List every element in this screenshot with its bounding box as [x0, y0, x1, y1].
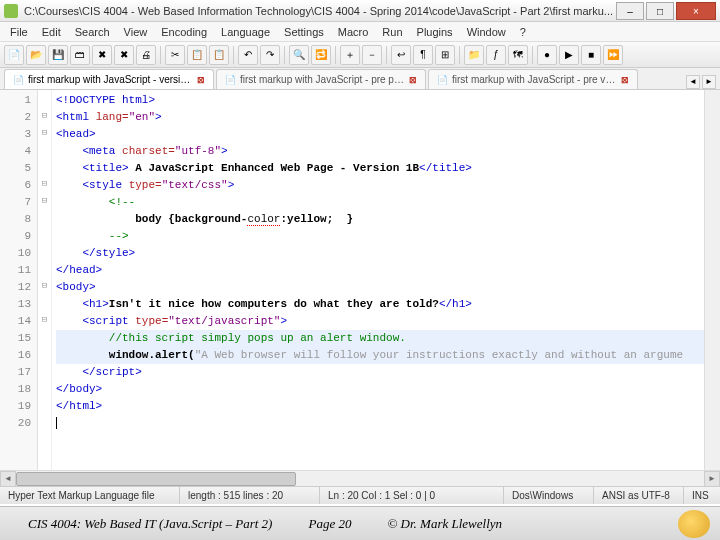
code-line[interactable]: <style type="text/css"> — [56, 177, 716, 194]
code-line[interactable]: <!-- — [56, 194, 716, 211]
print-icon[interactable]: 🖨 — [136, 45, 156, 65]
function-list-icon[interactable]: ƒ — [486, 45, 506, 65]
code-line[interactable] — [56, 415, 716, 432]
menu-macro[interactable]: Macro — [332, 24, 375, 40]
open-file-icon[interactable]: 📂 — [26, 45, 46, 65]
close-all-icon[interactable]: ✖ — [114, 45, 134, 65]
tab-prev-button[interactable]: ◄ — [686, 75, 700, 89]
scroll-left-button[interactable]: ◄ — [0, 471, 16, 487]
title-bar: C:\Courses\CIS 4004 - Web Based Informat… — [0, 0, 720, 22]
close-icon[interactable]: ✖ — [92, 45, 112, 65]
fold-toggle[interactable]: ⊟ — [38, 107, 51, 124]
code-line[interactable]: </script> — [56, 364, 716, 381]
file-icon: 📄 — [437, 75, 448, 85]
fold-toggle — [38, 226, 51, 243]
document-tab-2[interactable]: 📄first markup with JavaScript - pre vers… — [428, 69, 638, 89]
cut-icon[interactable]: ✂ — [165, 45, 185, 65]
doc-map-icon[interactable]: 🗺 — [508, 45, 528, 65]
menu-edit[interactable]: Edit — [36, 24, 67, 40]
word-wrap-icon[interactable]: ↩ — [391, 45, 411, 65]
university-logo-icon — [678, 510, 710, 538]
status-position: Ln : 20 Col : 1 Sel : 0 | 0 — [320, 487, 504, 504]
code-line[interactable]: <h1>Isn't it nice how computers do what … — [56, 296, 716, 313]
paste-icon[interactable]: 📋 — [209, 45, 229, 65]
copy-icon[interactable]: 📋 — [187, 45, 207, 65]
menu-help[interactable]: ? — [514, 24, 532, 40]
document-tab-1[interactable]: 📄first markup with JavaScript - pre pre … — [216, 69, 426, 89]
horizontal-scrollbar[interactable]: ◄ ► — [0, 470, 720, 486]
macro-multi-icon[interactable]: ⏩ — [603, 45, 623, 65]
code-line[interactable]: <!DOCTYPE html> — [56, 92, 716, 109]
menu-settings[interactable]: Settings — [278, 24, 330, 40]
zoom-out-icon[interactable]: － — [362, 45, 382, 65]
save-all-icon[interactable]: 🗃 — [70, 45, 90, 65]
menu-plugins[interactable]: Plugins — [411, 24, 459, 40]
new-file-icon[interactable]: 📄 — [4, 45, 24, 65]
code-line[interactable]: <meta charset="utf-8"> — [56, 143, 716, 160]
fold-toggle — [38, 158, 51, 175]
redo-icon[interactable]: ↷ — [260, 45, 280, 65]
scroll-track[interactable] — [16, 471, 704, 486]
code-line[interactable]: </head> — [56, 262, 716, 279]
slide-footer: CIS 4004: Web Based IT (Java.Script – Pa… — [0, 506, 720, 540]
zoom-in-icon[interactable]: ＋ — [340, 45, 360, 65]
code-line[interactable]: <body> — [56, 279, 716, 296]
tab-close-icon[interactable]: ⊠ — [621, 75, 629, 85]
vertical-scrollbar[interactable] — [704, 90, 720, 470]
line-number: 3 — [2, 126, 31, 143]
line-number: 20 — [2, 415, 31, 432]
line-number: 12 — [2, 279, 31, 296]
code-line[interactable]: </body> — [56, 381, 716, 398]
code-line[interactable]: <script type="text/javascript"> — [56, 313, 716, 330]
code-line[interactable]: --> — [56, 228, 716, 245]
indent-guide-icon[interactable]: ⊞ — [435, 45, 455, 65]
code-editor[interactable]: <!DOCTYPE html><html lang="en"><head> <m… — [52, 90, 720, 470]
macro-play-icon[interactable]: ▶ — [559, 45, 579, 65]
line-number: 19 — [2, 398, 31, 415]
fold-toggle — [38, 243, 51, 260]
fold-toggle[interactable]: ⊟ — [38, 175, 51, 192]
fold-toggle[interactable]: ⊟ — [38, 311, 51, 328]
status-eol: Dos\Windows — [504, 487, 594, 504]
document-tab-0[interactable]: 📄first markup with JavaScript - version … — [4, 69, 214, 89]
tab-next-button[interactable]: ► — [702, 75, 716, 89]
menu-search[interactable]: Search — [69, 24, 116, 40]
replace-icon[interactable]: 🔁 — [311, 45, 331, 65]
close-button[interactable]: × — [676, 2, 716, 20]
tab-nav: ◄ ► — [686, 75, 716, 89]
code-line[interactable]: body {background-color:yellow; } — [56, 211, 716, 228]
macro-stop-icon[interactable]: ■ — [581, 45, 601, 65]
menu-run[interactable]: Run — [376, 24, 408, 40]
menu-file[interactable]: File — [4, 24, 34, 40]
fold-toggle[interactable]: ⊟ — [38, 277, 51, 294]
code-line[interactable]: </html> — [56, 398, 716, 415]
code-line[interactable]: <title> A JavaScript Enhanced Web Page -… — [56, 160, 716, 177]
folder-icon[interactable]: 📁 — [464, 45, 484, 65]
find-icon[interactable]: 🔍 — [289, 45, 309, 65]
menu-window[interactable]: Window — [461, 24, 512, 40]
code-line[interactable]: window.alert("A Web browser will follow … — [56, 347, 716, 364]
tab-close-icon[interactable]: ⊠ — [409, 75, 417, 85]
menu-language[interactable]: Language — [215, 24, 276, 40]
code-line[interactable]: //this script simply pops up an alert wi… — [56, 330, 716, 347]
macro-record-icon[interactable]: ● — [537, 45, 557, 65]
menu-view[interactable]: View — [118, 24, 154, 40]
line-number: 13 — [2, 296, 31, 313]
scroll-right-button[interactable]: ► — [704, 471, 720, 487]
line-number: 2 — [2, 109, 31, 126]
footer-course: CIS 4004: Web Based IT (Java.Script – Pa… — [10, 516, 290, 532]
code-line[interactable]: <html lang="en"> — [56, 109, 716, 126]
maximize-button[interactable]: □ — [646, 2, 674, 20]
code-line[interactable]: <head> — [56, 126, 716, 143]
scroll-thumb[interactable] — [16, 472, 296, 486]
tab-close-icon[interactable]: ⊠ — [197, 75, 205, 85]
show-all-chars-icon[interactable]: ¶ — [413, 45, 433, 65]
save-icon[interactable]: 💾 — [48, 45, 68, 65]
code-line[interactable]: </style> — [56, 245, 716, 262]
undo-icon[interactable]: ↶ — [238, 45, 258, 65]
fold-toggle[interactable]: ⊟ — [38, 124, 51, 141]
fold-toggle[interactable]: ⊟ — [38, 192, 51, 209]
menu-bar: FileEditSearchViewEncodingLanguageSettin… — [0, 22, 720, 42]
minimize-button[interactable]: – — [616, 2, 644, 20]
menu-encoding[interactable]: Encoding — [155, 24, 213, 40]
